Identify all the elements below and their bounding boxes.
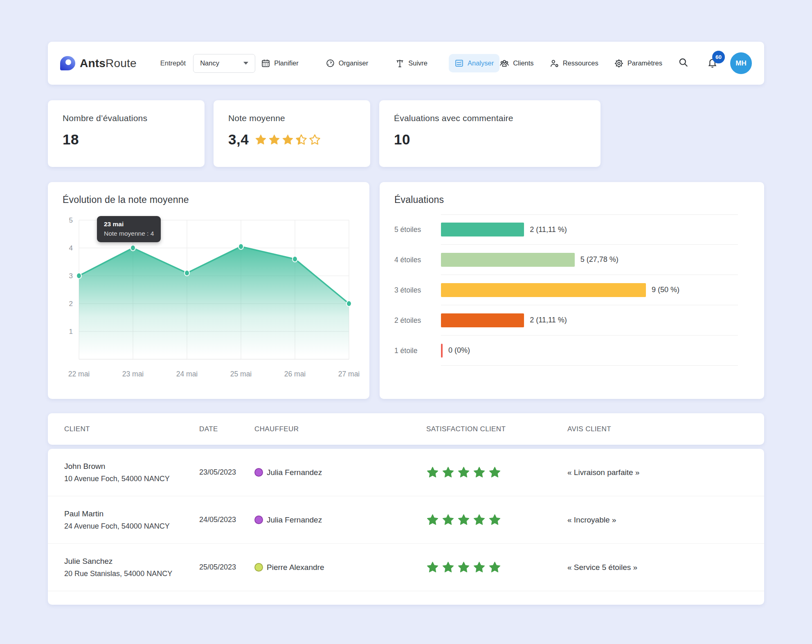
bar-value-label: 5 (27,78 %) — [580, 255, 619, 264]
driver-name: Julia Fernandez — [267, 516, 322, 525]
warehouse-select-value: Nancy — [200, 59, 219, 67]
notification-count-badge: 60 — [712, 51, 725, 63]
top-navbar: AntsRoute Entrepôt Nancy Planifier — [48, 42, 764, 85]
bar[interactable] — [441, 223, 524, 236]
star-icon — [488, 561, 501, 574]
bar-track: 2 (11,11 %) — [441, 305, 738, 336]
line-chart-card: Évolution de la note moyenne 1234522 mai… — [48, 182, 369, 399]
svg-text:3: 3 — [69, 272, 73, 280]
bar-track: 5 (27,78 %) — [441, 245, 738, 275]
bar-value-label: 0 (0%) — [448, 346, 470, 355]
chart-point[interactable] — [238, 244, 243, 250]
notifications-button[interactable]: 60 — [707, 57, 718, 70]
bar-value-label: 2 (11,11 %) — [530, 225, 567, 234]
bar-category-label: 2 étoiles — [394, 305, 441, 336]
star-icon — [473, 561, 486, 574]
chart-point[interactable] — [184, 270, 189, 276]
clients-icon — [499, 59, 509, 68]
menu-item-parametres[interactable]: Paramètres — [614, 54, 662, 73]
client-cell: Paul Martin 24 Avenue Foch, 54000 NANCY — [64, 509, 199, 531]
bar-track: 0 (0%) — [441, 336, 738, 366]
column-header-date: DATE — [199, 425, 254, 433]
star-icon — [442, 466, 454, 479]
warehouse-select[interactable]: Nancy — [193, 54, 255, 73]
stat-value: 10 — [394, 131, 410, 148]
stat-title: Évaluations avec commentaire — [394, 113, 586, 123]
svg-text:23 mai: 23 mai — [122, 370, 144, 378]
bar-track: 2 (11,11 %) — [441, 214, 738, 245]
client-review: « Service 5 étoiles » — [567, 563, 748, 572]
svg-text:24 mai: 24 mai — [176, 370, 198, 378]
bar[interactable] — [441, 283, 646, 297]
antsroute-logo-icon — [60, 56, 75, 70]
svg-text:1: 1 — [69, 328, 73, 336]
gauge-icon — [326, 59, 335, 68]
client-name: John Brown — [64, 462, 199, 471]
chart-point[interactable] — [346, 301, 351, 306]
driver-name: Julia Fernandez — [267, 468, 322, 477]
calendar-icon — [261, 59, 270, 68]
table-row[interactable]: Paul Martin 24 Avenue Foch, 54000 NANCY … — [48, 496, 764, 544]
main-menu: Planifier Organiser Suivre — [255, 54, 499, 72]
chart-tooltip: 23 mai Note moyenne : 4 — [97, 216, 161, 242]
bar-row-2-stars: 2 étoiles 2 (11,11 %) — [394, 305, 738, 336]
bar-row-1-star: 1 étoile 0 (0%) — [394, 336, 738, 366]
star-icon — [488, 513, 501, 526]
menu-item-organiser[interactable]: Organiser — [320, 54, 374, 72]
driver-color-dot — [254, 468, 263, 477]
user-avatar[interactable]: MH — [730, 52, 752, 74]
stat-cards-row: Nombre d’évaluations 18 Note moyenne 3,4… — [48, 100, 764, 167]
driver-name: Pierre Alexandre — [267, 563, 324, 572]
antsroute-logo[interactable]: AntsRoute — [60, 56, 137, 70]
bar-category-label: 1 étoile — [394, 336, 441, 366]
client-name: Paul Martin — [64, 509, 199, 518]
chart-point[interactable] — [130, 245, 135, 251]
client-address: 10 Avenue Foch, 54000 NANCY — [64, 475, 199, 483]
menu-item-planifier[interactable]: Planifier — [255, 54, 304, 72]
client-name: Julie Sanchez — [64, 557, 199, 566]
menu-item-ressources[interactable]: Ressources — [549, 54, 598, 73]
menu-item-label: Analyser — [468, 59, 494, 67]
driver-cell: Pierre Alexandre — [254, 563, 426, 572]
chart-point[interactable] — [76, 273, 81, 279]
date-cell: 23/05/2023 — [199, 468, 254, 477]
client-address: 20 Rue Stanislas, 54000 NANCY — [64, 570, 199, 578]
bar[interactable] — [441, 344, 443, 358]
date-cell: 24/05/2023 — [199, 516, 254, 524]
bar[interactable] — [441, 253, 575, 267]
line-chart-title: Évolution de la note moyenne — [63, 194, 355, 205]
logo-text-bold: Ants — [80, 57, 106, 70]
bar-category-label: 5 étoiles — [394, 214, 441, 245]
driver-color-dot — [254, 516, 263, 524]
menu-item-analyser[interactable]: Analyser — [449, 54, 499, 72]
star-icon — [442, 513, 454, 526]
menu-item-label: Suivre — [408, 59, 427, 67]
star-icon — [268, 134, 280, 146]
table-row[interactable]: Julie Sanchez 20 Rue Stanislas, 54000 NA… — [48, 544, 764, 591]
star-icon — [282, 134, 294, 146]
column-header-client: CLIENT — [64, 425, 199, 433]
menu-item-label: Organiser — [339, 59, 368, 67]
logo-text-light: Route — [106, 57, 137, 70]
chart-tooltip-title: 23 mai — [104, 221, 154, 228]
svg-text:2: 2 — [69, 300, 73, 308]
menu-item-clients[interactable]: Clients — [499, 54, 533, 73]
chart-point[interactable] — [292, 256, 297, 262]
bar[interactable] — [441, 313, 524, 327]
stat-value: 18 — [63, 131, 79, 148]
client-address: 24 Avenue Foch, 54000 NANCY — [64, 522, 199, 531]
satisfaction-stars — [426, 561, 567, 574]
menu-item-suivre[interactable]: Suivre — [389, 54, 433, 72]
area-chart-icon — [454, 59, 464, 68]
menu-item-label: Ressources — [563, 59, 598, 67]
star-icon — [488, 466, 501, 479]
search-button[interactable] — [678, 57, 689, 70]
signpost-icon — [395, 59, 405, 68]
svg-text:27 mai: 27 mai — [338, 370, 360, 378]
svg-text:4: 4 — [69, 244, 73, 252]
line-chart-area: 1234522 mai23 mai24 mai25 mai26 mai27 ma… — [63, 215, 355, 393]
svg-text:26 mai: 26 mai — [284, 370, 306, 378]
star-icon — [457, 466, 470, 479]
star-icon — [426, 513, 439, 526]
table-row[interactable]: John Brown 10 Avenue Foch, 54000 NANCY 2… — [48, 449, 764, 496]
